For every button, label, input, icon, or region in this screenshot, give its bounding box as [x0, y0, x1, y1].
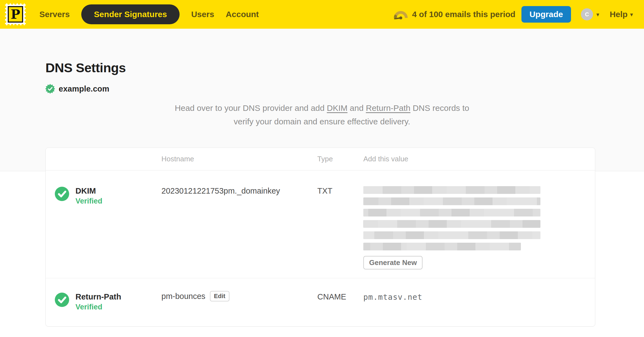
dkim-status-text: DKIM Verified [75, 186, 102, 205]
return-path-link[interactable]: Return-Path [366, 103, 410, 113]
status-badge: Verified [75, 303, 121, 311]
main-content: DNS Settings example.com Head over to yo… [0, 29, 644, 327]
redacted-value-bar [363, 209, 540, 216]
dkim-link[interactable]: DKIM [327, 103, 348, 113]
nav-item-sender-signatures-active[interactable]: Sender Signatures [81, 4, 180, 24]
redacted-value-bar [363, 220, 540, 228]
primary-nav: Servers Sender Signatures Users Account [39, 4, 259, 24]
return-path-status-text: Return-Path Verified [75, 292, 121, 311]
dkim-type: TXT [317, 186, 363, 278]
intro-mid: and [348, 103, 366, 113]
dkim-value-redacted [363, 186, 540, 250]
nav-item-account[interactable]: Account [226, 10, 259, 19]
status-badge: Verified [75, 197, 102, 205]
usage-meter: 4 of 100 emails this period [394, 9, 515, 19]
edit-button[interactable]: Edit [210, 291, 230, 301]
usage-count-text: 4 of 100 emails this period [412, 10, 515, 19]
intro-text: Head over to your DNS provider and add D… [0, 101, 644, 128]
verified-seal-icon [45, 84, 55, 94]
return-path-value-cell: pm.mtasv.net [363, 292, 595, 326]
return-path-type: CNAME [317, 292, 363, 326]
domain-name: example.com [59, 84, 109, 93]
record-name: Return-Path [75, 292, 121, 301]
check-circle-icon [55, 293, 69, 307]
table-row-return-path: Return-Path Verified pm-bounces Edit CNA… [46, 278, 595, 326]
top-navbar: P Servers Sender Signatures Users Accoun… [0, 0, 644, 29]
col-header-type: Type [317, 155, 363, 163]
nav-item-servers[interactable]: Servers [39, 10, 70, 19]
return-path-value: pm.mtasv.net [363, 293, 584, 302]
return-path-status-cell: Return-Path Verified [46, 292, 161, 326]
redacted-value-bar [363, 197, 540, 205]
redacted-value-bar [363, 231, 540, 239]
col-header-hostname: Hostname [161, 155, 317, 163]
intro-line2: verify your domain and ensure effective … [234, 117, 410, 126]
account-menu[interactable]: C ▾ [581, 8, 599, 20]
intro-pre: Head over to your DNS provider and add [175, 103, 327, 113]
check-circle-icon [55, 187, 69, 201]
avatar[interactable]: C [581, 8, 593, 20]
gauge-icon [394, 9, 408, 19]
upgrade-button[interactable]: Upgrade [521, 6, 571, 23]
dkim-hostname: 20230121221753pm._domainkey [161, 186, 317, 278]
table-header-row: Hostname Type Add this value [46, 148, 595, 170]
verified-domain: example.com [45, 84, 644, 94]
chevron-down-icon: ▾ [630, 12, 633, 17]
record-name: DKIM [75, 186, 102, 196]
postmark-stamp-logo[interactable]: P [4, 2, 27, 26]
redacted-value-bar [363, 186, 540, 194]
col-header-value: Add this value [363, 155, 595, 163]
dkim-status-cell: DKIM Verified [46, 186, 161, 278]
redacted-value-bar [363, 243, 521, 250]
navbar-right: 4 of 100 emails this period Upgrade C ▾ … [394, 6, 633, 23]
postmark-app: P Servers Sender Signatures Users Accoun… [0, 0, 644, 337]
page-title: DNS Settings [45, 61, 644, 75]
logo-letter: P [11, 7, 20, 22]
intro-line1-end: DNS records to [410, 103, 469, 113]
chevron-down-icon: ▾ [596, 12, 599, 17]
help-menu[interactable]: Help ▾ [610, 10, 633, 19]
return-path-hostname: pm-bounces [161, 291, 205, 301]
dns-records-card: Hostname Type Add this value DKIM Verifi… [45, 148, 595, 327]
dkim-value-cell: Generate New [363, 186, 595, 278]
table-row-dkim: DKIM Verified 20230121221753pm._domainke… [46, 170, 595, 278]
nav-item-users[interactable]: Users [191, 10, 214, 19]
help-label: Help [610, 10, 627, 19]
return-path-hostname-cell: pm-bounces Edit [161, 292, 317, 326]
generate-new-button[interactable]: Generate New [363, 256, 423, 269]
